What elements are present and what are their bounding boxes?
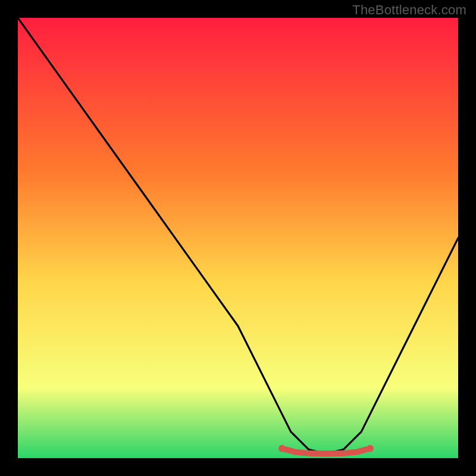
watermark-text: TheBottleneck.com bbox=[352, 2, 466, 18]
plot-area bbox=[18, 18, 458, 458]
chart-svg bbox=[18, 18, 458, 458]
highlight-endpoint-right bbox=[367, 445, 374, 452]
highlight-endpoint-left bbox=[278, 445, 286, 452]
chart-frame: TheBottleneck.com bbox=[0, 0, 476, 476]
gradient-background bbox=[18, 18, 458, 458]
